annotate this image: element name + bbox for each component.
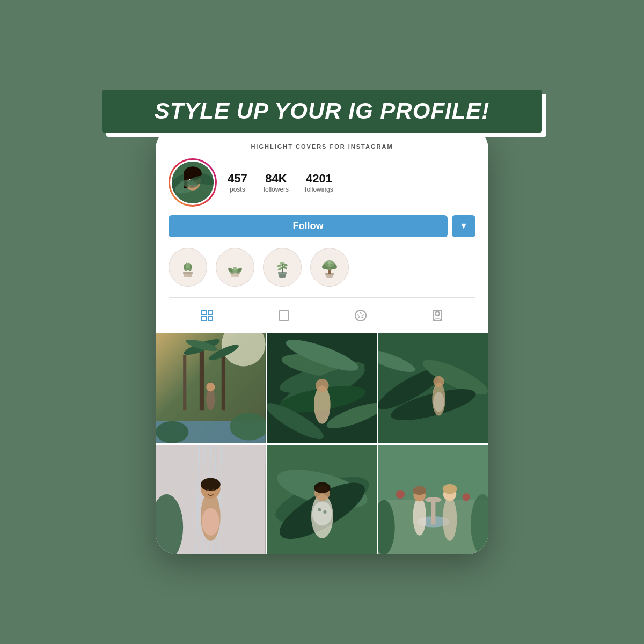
svg-point-48 xyxy=(331,264,334,267)
svg-point-102 xyxy=(202,508,219,535)
svg-point-125 xyxy=(413,486,427,494)
svg-point-88 xyxy=(434,376,444,387)
svg-rect-50 xyxy=(202,310,206,314)
svg-point-114 xyxy=(318,508,321,511)
highlight-circle-4 xyxy=(310,248,349,287)
svg-point-39 xyxy=(280,262,284,264)
phone-inner: HIGHLIGHT COVERS FOR INSTAGRAM xyxy=(156,127,488,333)
stats-row: 457 posts 84K followers 4201 followings xyxy=(228,172,475,193)
profile-header-text: HIGHLIGHT COVERS FOR INSTAGRAM xyxy=(169,143,475,150)
svg-rect-14 xyxy=(185,274,187,277)
stat-followers: 84K followers xyxy=(264,172,289,193)
photo-cell-2 xyxy=(267,333,377,443)
svg-point-25 xyxy=(236,274,238,276)
photo-cell-5 xyxy=(267,445,377,555)
followings-label: followings xyxy=(305,186,333,193)
svg-point-80 xyxy=(316,379,329,392)
posts-count: 457 xyxy=(228,172,247,186)
photo-cell-6 xyxy=(378,445,488,555)
profile-row: 457 posts 84K followers 4201 followings xyxy=(169,158,475,207)
tab-bar xyxy=(169,297,475,333)
svg-point-104 xyxy=(212,488,214,491)
svg-rect-52 xyxy=(202,317,206,321)
svg-point-69 xyxy=(206,383,215,391)
banner: STYLE UP YOUR IG PROFILE! xyxy=(102,90,542,133)
tab-reels[interactable] xyxy=(322,304,399,327)
highlight-item-4[interactable] xyxy=(310,248,349,287)
svg-point-71 xyxy=(156,421,188,443)
svg-rect-64 xyxy=(183,355,186,410)
svg-point-68 xyxy=(206,388,215,410)
photo-cell-4 xyxy=(156,445,266,555)
svg-point-121 xyxy=(396,489,405,498)
photo-cell-1 xyxy=(156,333,266,443)
svg-rect-63 xyxy=(222,350,225,411)
svg-point-123 xyxy=(413,497,427,536)
follow-button[interactable]: Follow xyxy=(169,215,448,237)
tab-grid[interactable] xyxy=(169,304,245,327)
svg-rect-53 xyxy=(208,317,213,321)
svg-rect-13 xyxy=(183,272,193,274)
svg-point-47 xyxy=(325,263,328,266)
phone-mockup: HIGHLIGHT COVERS FOR INSTAGRAM xyxy=(156,127,488,554)
svg-point-101 xyxy=(201,478,221,491)
svg-point-89 xyxy=(434,392,444,412)
stat-followings: 4201 followings xyxy=(305,172,333,193)
main-container: STYLE UP YOUR IG PROFILE! HIGHLIGHT COVE… xyxy=(91,90,553,554)
followers-count: 84K xyxy=(265,172,287,186)
stat-posts: 457 posts xyxy=(228,172,247,193)
follow-row: Follow ▼ xyxy=(169,215,475,237)
svg-point-103 xyxy=(207,488,209,491)
svg-point-126 xyxy=(443,497,457,541)
banner-title: STYLE UP YOUR IG PROFILE! xyxy=(155,98,490,124)
highlight-circle-2 xyxy=(216,248,254,287)
svg-point-24 xyxy=(233,273,235,275)
svg-rect-119 xyxy=(431,500,436,524)
highlight-circle-1 xyxy=(169,248,207,287)
followings-count: 4201 xyxy=(306,172,332,186)
svg-rect-62 xyxy=(200,344,204,410)
tab-portrait[interactable] xyxy=(245,304,322,327)
highlight-item-3[interactable] xyxy=(263,248,302,287)
avatar xyxy=(170,160,215,205)
svg-point-49 xyxy=(328,261,331,264)
banner-container: STYLE UP YOUR IG PROFILE! xyxy=(102,90,542,133)
highlight-item-2[interactable] xyxy=(216,248,254,287)
tab-tagged[interactable] xyxy=(399,304,475,327)
svg-point-120 xyxy=(425,497,442,502)
highlight-circle-3 xyxy=(263,248,302,287)
svg-point-115 xyxy=(323,510,326,513)
highlight-item-1[interactable] xyxy=(169,248,207,287)
svg-rect-51 xyxy=(208,310,213,314)
svg-point-122 xyxy=(463,493,470,501)
svg-point-128 xyxy=(443,484,457,493)
svg-rect-54 xyxy=(280,310,288,321)
svg-point-112 xyxy=(314,482,331,493)
svg-marker-56 xyxy=(357,312,364,318)
photo-grid xyxy=(156,333,488,554)
avatar-wrapper xyxy=(169,158,217,207)
dropdown-button[interactable]: ▼ xyxy=(452,215,475,237)
posts-label: posts xyxy=(230,186,245,193)
followers-label: followers xyxy=(264,186,289,193)
svg-point-37 xyxy=(277,264,283,267)
highlights-row xyxy=(169,248,475,287)
photo-cell-3 xyxy=(378,333,488,443)
svg-point-113 xyxy=(312,501,332,525)
svg-point-31 xyxy=(233,267,237,270)
